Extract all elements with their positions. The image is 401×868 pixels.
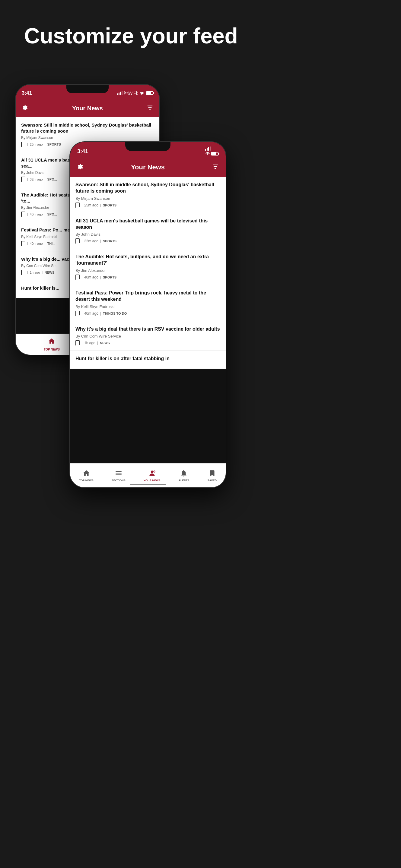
- nav-item-your-news[interactable]: YOUR NEWS: [144, 469, 161, 482]
- list-item[interactable]: All 31 UCLA men's basketball games will …: [70, 213, 226, 249]
- phone-back-notch: [66, 85, 109, 93]
- phone-front-header-title: Your News: [131, 163, 165, 171]
- nav-label-your-news: YOUR NEWS: [144, 479, 161, 482]
- bookmark-icon[interactable]: [21, 177, 25, 182]
- phone-front-status-icons: [205, 147, 219, 156]
- nav-item-top-news[interactable]: TOP NEWS: [79, 469, 93, 482]
- battery-icon: [211, 152, 219, 156]
- nav-label-alerts: ALERTS: [178, 479, 189, 482]
- svg-point-0: [150, 470, 153, 473]
- nav-item-top-news[interactable]: TOP NEWS: [44, 338, 60, 351]
- page-title: Customize your feed: [0, 0, 401, 66]
- home-icon: [48, 338, 55, 347]
- filter-icon[interactable]: [212, 163, 219, 172]
- phone-front-time: 3:41: [77, 148, 88, 155]
- news-byline: By Cnn Com Wire Service: [76, 334, 220, 338]
- phone-front: 3:41 Your News: [69, 141, 226, 488]
- nav-item-sections[interactable]: SECTIONS: [112, 469, 125, 482]
- sections-icon: [115, 469, 122, 478]
- phone-back-app-header: Your News: [16, 99, 159, 117]
- bookmark-icon[interactable]: [76, 203, 80, 208]
- signal-icon: [205, 147, 219, 151]
- bookmark-icon[interactable]: [21, 142, 25, 147]
- news-headline: Festival Pass: Power Trip brings rock, h…: [76, 290, 220, 303]
- bookmark-icon[interactable]: [76, 275, 80, 280]
- news-headline: The Audible: Hot seats, bullpens, and do…: [76, 254, 220, 267]
- news-byline: By Mirjam Swanson: [21, 135, 154, 140]
- news-byline: By Jim Alexander: [76, 268, 220, 273]
- phones-container: 3:41 WiFi; Your News: [0, 66, 401, 789]
- nav-item-saved[interactable]: SAVED: [208, 469, 217, 482]
- bookmark-icon[interactable]: [76, 311, 80, 316]
- news-byline: By Kelli Skye Fadroski: [76, 304, 220, 309]
- filter-icon[interactable]: [147, 104, 153, 113]
- news-meta: | 32m ago | SPORTS: [76, 239, 220, 244]
- list-item[interactable]: The Audible: Hot seats, bullpens, and do…: [70, 249, 226, 285]
- phone-back-status-icons: WiFi;: [117, 91, 153, 96]
- bookmark-icon[interactable]: [76, 239, 80, 244]
- bookmark-icon[interactable]: [21, 212, 25, 217]
- bookmark-icon[interactable]: [76, 340, 80, 346]
- news-headline: Hunt for killer is on after fatal stabbi…: [76, 355, 220, 362]
- nav-label-saved: SAVED: [208, 479, 217, 482]
- news-meta: | 1h ago | NEWS: [76, 340, 220, 346]
- bookmark-icon[interactable]: [21, 241, 25, 246]
- phone-front-news-list: Swanson: Still in middle school, Sydney …: [70, 177, 226, 369]
- gear-icon[interactable]: [22, 104, 28, 113]
- your-news-icon: [148, 469, 156, 478]
- list-item[interactable]: Hunt for killer is on after fatal stabbi…: [70, 351, 226, 369]
- news-headline: Why it's a big deal that there is an RSV…: [76, 326, 220, 333]
- nav-label-top-news: TOP NEWS: [44, 348, 60, 351]
- home-icon: [82, 469, 90, 478]
- bookmark-icon[interactable]: [21, 270, 25, 275]
- phone-front-notch: [125, 142, 170, 151]
- news-meta: | 40m ago | SPORTS: [76, 275, 220, 280]
- list-item[interactable]: Why it's a big deal that there is an RSV…: [70, 321, 226, 351]
- news-headline: All 31 UCLA men's basketball games will …: [76, 218, 220, 230]
- news-headline: Swanson: Still in middle school, Sydney …: [76, 182, 220, 194]
- signal-icon: [117, 91, 122, 95]
- home-indicator: [130, 484, 166, 485]
- wifi-icon: [205, 151, 211, 156]
- saved-icon: [208, 469, 216, 478]
- gear-icon[interactable]: [77, 163, 84, 172]
- phone-front-app-header: Your News: [70, 158, 226, 177]
- phone-back-header-title: Your News: [72, 105, 103, 112]
- news-meta: | 25m ago | SPORTS: [76, 203, 220, 208]
- nav-label-top-news: TOP NEWS: [79, 479, 93, 482]
- phone-back-time: 3:41: [22, 90, 32, 96]
- alerts-icon: [180, 469, 188, 478]
- nav-item-alerts[interactable]: ALERTS: [178, 469, 189, 482]
- news-byline: By John Davis: [76, 232, 220, 237]
- news-meta: | 40m ago | THINGS TO DO: [76, 311, 220, 316]
- wifi-icon: WiFi;: [124, 91, 144, 96]
- news-byline: By Mirjam Swanson: [76, 196, 220, 201]
- nav-label-sections: SECTIONS: [112, 479, 125, 482]
- news-headline: Swanson: Still in middle school, Sydney …: [21, 122, 154, 134]
- list-item[interactable]: Swanson: Still in middle school, Sydney …: [70, 177, 226, 213]
- list-item[interactable]: Festival Pass: Power Trip brings rock, h…: [70, 285, 226, 321]
- battery-icon: [146, 91, 153, 95]
